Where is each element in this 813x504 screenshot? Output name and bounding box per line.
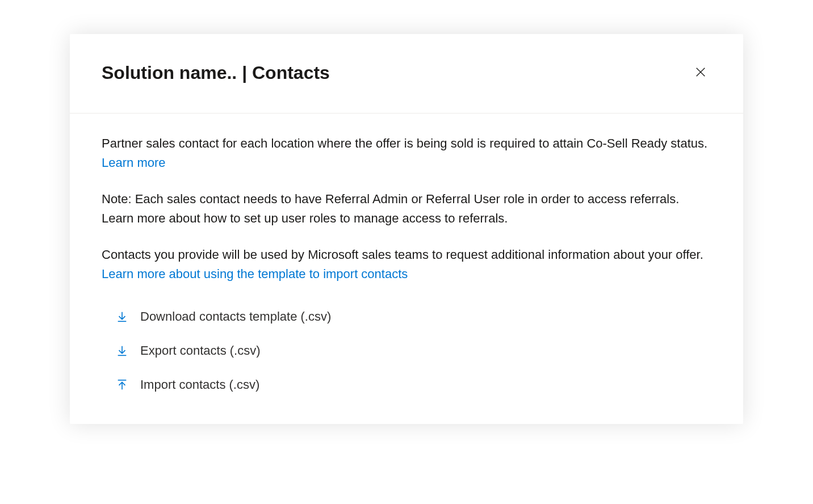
description-paragraph-2: Note: Each sales contact needs to have R… <box>102 190 711 228</box>
download-icon <box>115 344 129 358</box>
import-contacts-action[interactable]: Import contacts (.csv) <box>115 377 711 392</box>
download-template-label: Download contacts template (.csv) <box>140 309 331 324</box>
page-title: Solution name.. | Contacts <box>102 62 330 83</box>
paragraph-1-text: Partner sales contact for each location … <box>102 136 707 150</box>
close-button[interactable] <box>690 61 711 85</box>
actions-list: Download contacts template (.csv) Export… <box>102 309 711 392</box>
panel-header: Solution name.. | Contacts <box>70 34 743 114</box>
export-contacts-action[interactable]: Export contacts (.csv) <box>115 343 711 358</box>
learn-more-link-2[interactable]: Learn more about using the template to i… <box>102 267 408 281</box>
upload-icon <box>115 378 129 392</box>
download-template-action[interactable]: Download contacts template (.csv) <box>115 309 711 324</box>
learn-more-link-1[interactable]: Learn more <box>102 156 166 170</box>
export-contacts-label: Export contacts (.csv) <box>140 343 261 358</box>
import-contacts-label: Import contacts (.csv) <box>140 377 259 392</box>
description-paragraph-3: Contacts you provide will be used by Mic… <box>102 245 711 284</box>
download-icon <box>115 310 129 324</box>
contacts-panel: Solution name.. | Contacts Partner sales… <box>70 34 743 424</box>
description-paragraph-1: Partner sales contact for each location … <box>102 134 711 173</box>
close-icon <box>694 66 707 80</box>
panel-body: Partner sales contact for each location … <box>70 114 743 424</box>
paragraph-3-text: Contacts you provide will be used by Mic… <box>102 247 703 262</box>
